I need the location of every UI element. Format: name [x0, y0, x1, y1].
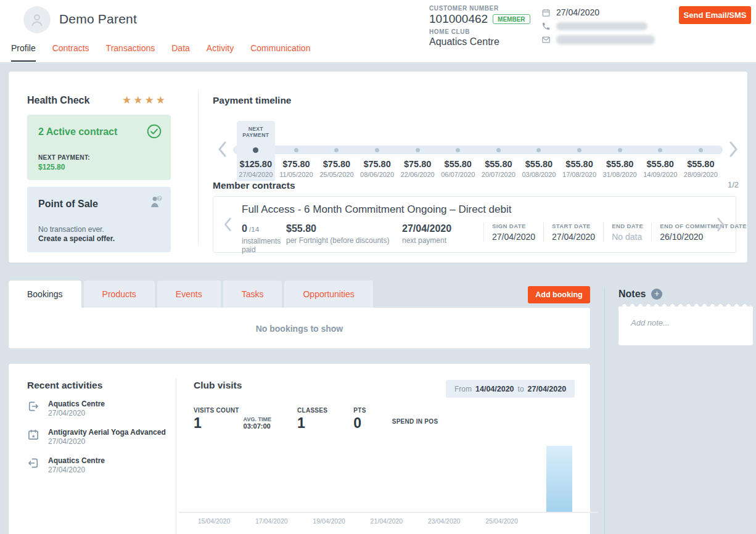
payment-date: 31/08/2020: [599, 171, 640, 178]
tab-transactions[interactable]: Transactions: [106, 43, 155, 62]
timeline-payment: $75.8022/06/2020: [397, 116, 438, 183]
contract-next-icon[interactable]: [717, 216, 725, 232]
contract-meta-start-date: START DATE27/04/2020: [543, 223, 603, 242]
activity-item[interactable]: Aquatics Centre27/04/2020: [27, 400, 166, 418]
meta-value: 27/04/2020: [552, 232, 595, 242]
booking-tab-events[interactable]: Events: [157, 281, 221, 308]
stat-label: CLASSES: [297, 407, 327, 414]
contract-meta-end-date: END DATENo data: [603, 223, 651, 242]
add-note-plus-icon[interactable]: +: [651, 289, 662, 300]
booking-tabs: BookingsProductsEventsTasksOpportunities: [9, 281, 373, 308]
meta-label: SIGN DATE: [492, 223, 535, 229]
club-visits-title: Club visits: [194, 380, 242, 391]
timeline-payment: NEXT PAYMENT$125.8027/04/2020: [236, 116, 276, 183]
timeline-payment: $55.8020/07/2020: [479, 116, 519, 183]
svg-text:?: ?: [158, 195, 161, 201]
contract-meta-sign-date: SIGN DATE27/04/2020: [483, 223, 543, 242]
note-placeholder: Add note...: [631, 318, 670, 327]
page-title: Demo Parent: [59, 12, 137, 27]
payment-date: 17/08/2020: [559, 171, 600, 178]
chart-x-axis: [179, 512, 598, 513]
activity-name: Aquatics Centre: [48, 456, 105, 466]
stat-value: 0: [353, 416, 366, 430]
timeline-dot: [658, 148, 662, 152]
timeline-payment: $55.8031/08/2020: [599, 116, 640, 183]
tab-data[interactable]: Data: [171, 43, 190, 62]
divider: [198, 91, 199, 244]
payment-amount: $55.80: [640, 159, 681, 169]
point-of-sale-card: Point of Sale ? No transaction ever. Cre…: [27, 187, 171, 252]
payment-date: 14/09/2020: [640, 171, 681, 178]
activity-date: 27/04/2020: [48, 409, 105, 418]
stat-label: VISITS COUNT: [194, 407, 239, 414]
payment-amount: $55.80: [438, 159, 479, 169]
meta-value: 26/10/2020: [660, 232, 747, 242]
chart-tick-label: 17/04/2020: [255, 517, 288, 525]
bookings-empty-message: No bookings to show: [9, 324, 590, 334]
email-value-redacted: [556, 35, 655, 44]
timeline-dot: [334, 148, 339, 152]
tab-activity[interactable]: Activity: [207, 43, 234, 62]
next-payment-label: NEXT PAYMENT:: [38, 154, 90, 161]
event-calendar-icon: ★: [27, 429, 39, 441]
contract-stats: 0 /14 installments paid $55.80 per Fortn…: [242, 223, 755, 254]
contract-meta-end-of-commitment-date: END OF COMMITMENT DATE26/10/2020: [651, 223, 755, 242]
meta-value: No data: [612, 232, 643, 242]
meta-label: END OF COMMITMENT DATE: [660, 223, 747, 229]
tab-contracts[interactable]: Contracts: [52, 43, 89, 62]
activity-item[interactable]: ★Antigravity Aerial Yoga Advanced27/04/2…: [27, 428, 166, 446]
contract-prev-icon[interactable]: [223, 216, 232, 232]
timeline-dot: [577, 148, 581, 152]
home-club-value: Aquatics Centre: [429, 36, 530, 47]
stat-avg-time: AVG. TIME03:07:00: [244, 416, 271, 430]
payment-amount: $75.80: [357, 159, 398, 169]
contract-next-payment: 27/04/2020 next payment: [402, 223, 475, 245]
booking-tab-tasks[interactable]: Tasks: [223, 281, 282, 308]
next-payment-tag: NEXT PAYMENT: [240, 116, 272, 138]
payment-amount: $75.80: [276, 159, 317, 169]
activity-text: Aquatics Centre27/04/2020: [48, 456, 105, 475]
activity-item[interactable]: Aquatics Centre27/04/2020: [27, 456, 166, 475]
timeline-payment: $55.8014/09/2020: [640, 116, 681, 183]
note-input[interactable]: Add note...: [618, 306, 753, 345]
payment-amount: $55.80: [519, 159, 559, 169]
chart-tick-label: 21/04/2020: [371, 517, 403, 525]
payment-date: 03/08/2020: [519, 171, 559, 178]
tab-profile[interactable]: Profile: [11, 43, 36, 62]
activity-date: 27/04/2020: [48, 437, 166, 446]
avatar: [23, 6, 51, 33]
recent-activities-list: Aquatics Centre27/04/2020★Antigravity Ae…: [27, 400, 166, 475]
health-check-stars: ★★★★: [122, 94, 167, 107]
date-range-picker[interactable]: From14/04/2020 to27/04/2020: [446, 380, 575, 398]
meta-value: 27/04/2020: [492, 232, 535, 242]
email-icon: [541, 35, 551, 44]
stat-label: PTS: [353, 407, 366, 414]
send-email-sms-button[interactable]: Send Email/SMS: [679, 6, 751, 24]
tab-communication[interactable]: Communication: [250, 43, 310, 62]
pos-line1: No transaction ever.: [38, 225, 104, 234]
booking-tab-opportunities[interactable]: Opportunities: [284, 281, 372, 308]
chart-tick-label: 25/04/2020: [485, 517, 518, 525]
next-payment-value: $125.80: [38, 163, 65, 171]
person-question-icon: ?: [149, 194, 163, 209]
payment-date: 25/05/2020: [316, 171, 357, 178]
stat-classes: CLASSES1: [297, 407, 327, 430]
timeline-next-icon[interactable]: [729, 141, 739, 158]
timeline-dot: [253, 147, 258, 153]
contracts-pagination: 1/2: [728, 180, 739, 189]
timeline-dot: [536, 148, 541, 152]
timeline-dot: [496, 148, 501, 152]
meta-label: START DATE: [552, 223, 595, 229]
customer-number-label: CUSTOMER NUMBER: [429, 5, 530, 12]
chart-tick-label: 15/04/2020: [198, 517, 231, 525]
meta-label: END DATE: [612, 223, 643, 229]
stat-value: 1: [297, 416, 327, 430]
chart-bar[interactable]: [546, 446, 572, 512]
payment-date: 20/07/2020: [479, 171, 519, 178]
booking-tab-products[interactable]: Products: [84, 281, 155, 308]
timeline-payment: $75.8025/05/2020: [316, 116, 357, 183]
timeline-prev-icon[interactable]: [217, 141, 227, 158]
check-circle-icon: [146, 123, 162, 139]
booking-tab-bookings[interactable]: Bookings: [9, 281, 81, 308]
add-booking-button[interactable]: Add booking: [528, 286, 590, 303]
